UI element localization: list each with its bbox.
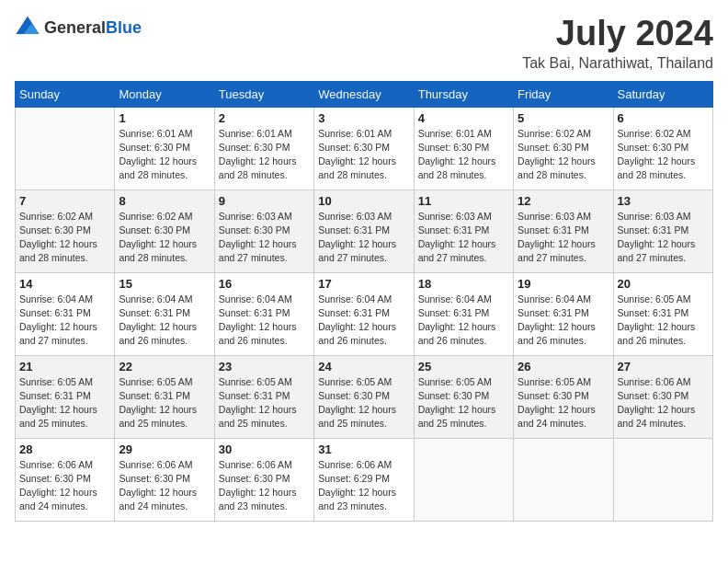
calendar-cell: 8Sunrise: 6:02 AM Sunset: 6:30 PM Daylig…: [115, 190, 214, 272]
day-info: Sunrise: 6:05 AM Sunset: 6:30 PM Dayligh…: [318, 375, 409, 431]
calendar-cell: 18Sunrise: 6:04 AM Sunset: 6:31 PM Dayli…: [414, 272, 513, 355]
day-info: Sunrise: 6:04 AM Sunset: 6:31 PM Dayligh…: [418, 293, 509, 349]
day-number: 30: [219, 442, 310, 456]
calendar-cell: 22Sunrise: 6:05 AM Sunset: 6:31 PM Dayli…: [115, 355, 214, 438]
week-row-5: 28Sunrise: 6:06 AM Sunset: 6:30 PM Dayli…: [16, 438, 713, 521]
day-number: 21: [19, 360, 110, 373]
day-number: 20: [618, 277, 709, 291]
calendar-cell: 26Sunrise: 6:05 AM Sunset: 6:30 PM Dayli…: [514, 355, 613, 438]
day-number: 19: [518, 277, 609, 291]
header: General Blue July 2024 Tak Bai, Narathiw…: [15, 15, 713, 72]
title-area: July 2024 Tak Bai, Narathiwat, Thailand: [522, 15, 713, 72]
calendar-cell: 6Sunrise: 6:02 AM Sunset: 6:30 PM Daylig…: [613, 107, 712, 190]
calendar-cell: 5Sunrise: 6:02 AM Sunset: 6:30 PM Daylig…: [514, 107, 613, 190]
day-info: Sunrise: 6:04 AM Sunset: 6:31 PM Dayligh…: [219, 293, 310, 349]
calendar-cell: 2Sunrise: 6:01 AM Sunset: 6:30 PM Daylig…: [214, 107, 313, 190]
day-info: Sunrise: 6:01 AM Sunset: 6:30 PM Dayligh…: [318, 127, 409, 183]
day-number: 18: [418, 277, 509, 291]
day-number: 2: [219, 111, 310, 125]
logo: General Blue: [15, 15, 142, 40]
calendar-cell: 13Sunrise: 6:03 AM Sunset: 6:31 PM Dayli…: [613, 190, 712, 272]
day-number: 14: [19, 277, 110, 291]
day-info: Sunrise: 6:06 AM Sunset: 6:30 PM Dayligh…: [618, 375, 709, 431]
day-number: 3: [318, 111, 409, 125]
logo-icon: [15, 15, 40, 40]
day-info: Sunrise: 6:04 AM Sunset: 6:31 PM Dayligh…: [119, 293, 210, 349]
calendar-cell: 28Sunrise: 6:06 AM Sunset: 6:30 PM Dayli…: [16, 438, 115, 521]
calendar-cell: 21Sunrise: 6:05 AM Sunset: 6:31 PM Dayli…: [16, 355, 115, 438]
weekday-header-sunday: Sunday: [16, 81, 115, 107]
calendar-cell: 27Sunrise: 6:06 AM Sunset: 6:30 PM Dayli…: [613, 355, 712, 438]
weekday-header-friday: Friday: [514, 81, 613, 107]
calendar-cell: 24Sunrise: 6:05 AM Sunset: 6:30 PM Dayli…: [314, 355, 414, 438]
calendar-cell: 31Sunrise: 6:06 AM Sunset: 6:29 PM Dayli…: [314, 438, 414, 521]
day-info: Sunrise: 6:04 AM Sunset: 6:31 PM Dayligh…: [518, 293, 609, 349]
calendar-cell: 4Sunrise: 6:01 AM Sunset: 6:30 PM Daylig…: [414, 107, 513, 190]
day-info: Sunrise: 6:05 AM Sunset: 6:31 PM Dayligh…: [618, 293, 709, 349]
weekday-header-monday: Monday: [115, 81, 214, 107]
day-number: 23: [219, 360, 310, 373]
day-info: Sunrise: 6:06 AM Sunset: 6:30 PM Dayligh…: [119, 458, 210, 514]
day-info: Sunrise: 6:06 AM Sunset: 6:30 PM Dayligh…: [19, 458, 110, 514]
logo-text-blue: Blue: [106, 18, 142, 38]
week-row-2: 7Sunrise: 6:02 AM Sunset: 6:30 PM Daylig…: [16, 190, 713, 272]
calendar-cell: 29Sunrise: 6:06 AM Sunset: 6:30 PM Dayli…: [115, 438, 214, 521]
weekday-header-thursday: Thursday: [414, 81, 513, 107]
day-number: 13: [618, 194, 709, 208]
day-info: Sunrise: 6:05 AM Sunset: 6:30 PM Dayligh…: [518, 375, 609, 431]
calendar-cell: 16Sunrise: 6:04 AM Sunset: 6:31 PM Dayli…: [214, 272, 313, 355]
weekday-header-saturday: Saturday: [613, 81, 712, 107]
day-number: 31: [318, 442, 409, 456]
day-number: 24: [318, 360, 409, 373]
day-number: 22: [119, 360, 210, 373]
day-number: 6: [618, 111, 709, 125]
day-info: Sunrise: 6:05 AM Sunset: 6:31 PM Dayligh…: [119, 375, 210, 431]
day-info: Sunrise: 6:03 AM Sunset: 6:30 PM Dayligh…: [219, 210, 310, 266]
week-row-3: 14Sunrise: 6:04 AM Sunset: 6:31 PM Dayli…: [16, 272, 713, 355]
calendar-cell: [16, 107, 115, 190]
day-info: Sunrise: 6:05 AM Sunset: 6:31 PM Dayligh…: [19, 375, 110, 431]
day-number: 12: [518, 194, 609, 208]
day-info: Sunrise: 6:04 AM Sunset: 6:31 PM Dayligh…: [19, 293, 110, 349]
weekday-header-wednesday: Wednesday: [314, 81, 414, 107]
day-info: Sunrise: 6:05 AM Sunset: 6:30 PM Dayligh…: [418, 375, 509, 431]
day-info: Sunrise: 6:03 AM Sunset: 6:31 PM Dayligh…: [418, 210, 509, 266]
day-info: Sunrise: 6:02 AM Sunset: 6:30 PM Dayligh…: [119, 210, 210, 266]
calendar-cell: 11Sunrise: 6:03 AM Sunset: 6:31 PM Dayli…: [414, 190, 513, 272]
calendar-cell: 9Sunrise: 6:03 AM Sunset: 6:30 PM Daylig…: [214, 190, 313, 272]
calendar-cell: [613, 438, 712, 521]
day-number: 29: [119, 442, 210, 456]
location-title: Tak Bai, Narathiwat, Thailand: [522, 55, 713, 72]
day-info: Sunrise: 6:06 AM Sunset: 6:30 PM Dayligh…: [219, 458, 310, 514]
day-info: Sunrise: 6:01 AM Sunset: 6:30 PM Dayligh…: [119, 127, 210, 183]
day-number: 27: [618, 360, 709, 373]
day-info: Sunrise: 6:03 AM Sunset: 6:31 PM Dayligh…: [518, 210, 609, 266]
day-info: Sunrise: 6:01 AM Sunset: 6:30 PM Dayligh…: [418, 127, 509, 183]
week-row-1: 1Sunrise: 6:01 AM Sunset: 6:30 PM Daylig…: [16, 107, 713, 190]
day-info: Sunrise: 6:06 AM Sunset: 6:29 PM Dayligh…: [318, 458, 409, 514]
day-number: 8: [119, 194, 210, 208]
day-number: 5: [518, 111, 609, 125]
calendar-cell: 25Sunrise: 6:05 AM Sunset: 6:30 PM Dayli…: [414, 355, 513, 438]
day-number: 1: [119, 111, 210, 125]
weekday-header-tuesday: Tuesday: [214, 81, 313, 107]
day-number: 11: [418, 194, 509, 208]
day-number: 17: [318, 277, 409, 291]
calendar-cell: 23Sunrise: 6:05 AM Sunset: 6:31 PM Dayli…: [214, 355, 313, 438]
day-info: Sunrise: 6:05 AM Sunset: 6:31 PM Dayligh…: [219, 375, 310, 431]
day-info: Sunrise: 6:02 AM Sunset: 6:30 PM Dayligh…: [518, 127, 609, 183]
logo-text-general: General: [44, 18, 106, 38]
calendar-cell: [514, 438, 613, 521]
calendar-cell: 17Sunrise: 6:04 AM Sunset: 6:31 PM Dayli…: [314, 272, 414, 355]
calendar-cell: 19Sunrise: 6:04 AM Sunset: 6:31 PM Dayli…: [514, 272, 613, 355]
day-info: Sunrise: 6:02 AM Sunset: 6:30 PM Dayligh…: [19, 210, 110, 266]
day-number: 7: [19, 194, 110, 208]
day-info: Sunrise: 6:04 AM Sunset: 6:31 PM Dayligh…: [318, 293, 409, 349]
day-number: 25: [418, 360, 509, 373]
calendar-cell: 15Sunrise: 6:04 AM Sunset: 6:31 PM Dayli…: [115, 272, 214, 355]
calendar-cell: 20Sunrise: 6:05 AM Sunset: 6:31 PM Dayli…: [613, 272, 712, 355]
calendar-cell: 3Sunrise: 6:01 AM Sunset: 6:30 PM Daylig…: [314, 107, 414, 190]
day-number: 10: [318, 194, 409, 208]
day-info: Sunrise: 6:03 AM Sunset: 6:31 PM Dayligh…: [618, 210, 709, 266]
month-title: July 2024: [522, 15, 713, 53]
